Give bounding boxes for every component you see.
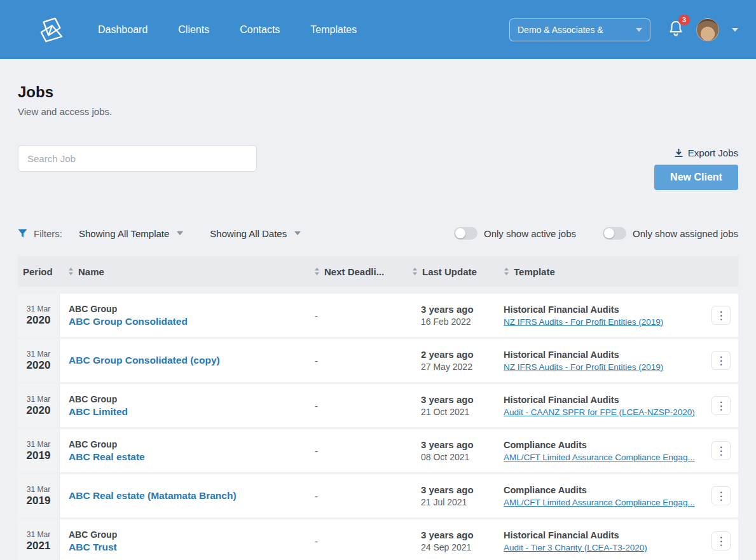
- assigned-jobs-toggle[interactable]: [603, 227, 626, 240]
- table-row: 31 Mar 2020 ABC Group ABC Group Consolid…: [18, 294, 738, 337]
- name-cell: ABC Group ABC Trust: [60, 519, 306, 560]
- toolbar-right: Export Jobs New Client: [654, 145, 738, 190]
- sort-icon[interactable]: [68, 267, 74, 276]
- template-category: Compliance Audits: [504, 485, 695, 495]
- organisation-selector[interactable]: Demo & Associates &: [509, 18, 650, 41]
- name-cell: ABC Group Consolidated (copy): [60, 339, 306, 382]
- job-name-link[interactable]: ABC Limited: [69, 406, 306, 418]
- next-deadline-cell: -: [306, 429, 408, 472]
- filters-bar: Filters: Showing All Template Showing Al…: [18, 227, 738, 240]
- last-update-date: 21 Jul 2021: [421, 497, 504, 507]
- last-update-relative: 3 years ago: [421, 394, 504, 405]
- filter-funnel-icon: [18, 229, 27, 238]
- filters-label: Filters:: [34, 228, 62, 239]
- template-link[interactable]: AML/CFT Limited Assurance Compliance Eng…: [504, 498, 695, 507]
- job-name-link[interactable]: ABC Group Consolidated: [69, 316, 306, 327]
- template-link[interactable]: Audit - CAANZ SPFR for FPE (LCEA-NZSP-20…: [504, 407, 695, 417]
- template-cell: Historical Financial Audits NZ IFRS Audi…: [504, 339, 704, 382]
- user-avatar[interactable]: [696, 18, 719, 41]
- template-link[interactable]: AML/CFT Limited Assurance Compliance Eng…: [504, 453, 695, 462]
- table-row: 31 Mar 2020 ABC Group Consolidated (copy…: [18, 339, 738, 382]
- chevron-down-icon: [294, 231, 301, 235]
- period-day: 31 Mar: [27, 440, 50, 449]
- nav-item-templates[interactable]: Templates: [310, 24, 357, 36]
- nav-item-clients[interactable]: Clients: [178, 24, 209, 36]
- actions-cell: ⋮: [704, 519, 738, 560]
- nav-item-contacts[interactable]: Contacts: [240, 24, 280, 36]
- client-group-label: ABC Group: [69, 439, 306, 449]
- row-menu-button[interactable]: ⋮: [711, 531, 731, 550]
- sort-icon[interactable]: [314, 267, 320, 276]
- header-template[interactable]: Template: [504, 266, 704, 277]
- header-name[interactable]: Name: [60, 266, 306, 277]
- table-row: 31 Mar 2021 ABC Group ABC Trust - 3 year…: [18, 519, 738, 560]
- last-update-relative: 3 years ago: [421, 304, 504, 315]
- active-jobs-toggle[interactable]: [454, 227, 478, 240]
- header-next-deadline-label: Next Deadli...: [324, 266, 384, 277]
- period-cell: 31 Mar 2020: [18, 339, 60, 382]
- search-input[interactable]: [18, 145, 257, 172]
- export-jobs-link[interactable]: Export Jobs: [674, 147, 738, 158]
- name-cell: ABC Group ABC Limited: [60, 384, 306, 427]
- kebab-icon: ⋮: [716, 355, 727, 366]
- last-update-cell: 3 years ago 24 Sep 2021: [408, 519, 504, 560]
- last-update-date: 21 Oct 2021: [421, 407, 504, 417]
- header-next-deadline[interactable]: Next Deadli...: [306, 266, 408, 277]
- name-cell: ABC Group ABC Group Consolidated: [60, 294, 306, 337]
- header-period[interactable]: Period: [18, 266, 60, 277]
- nav-item-dashboard[interactable]: Dashboard: [98, 24, 148, 36]
- row-menu-button[interactable]: ⋮: [711, 396, 731, 415]
- last-update-date: 24 Sep 2021: [421, 542, 504, 552]
- new-client-button[interactable]: New Client: [654, 165, 738, 190]
- kebab-icon: ⋮: [716, 536, 727, 547]
- last-update-date: 08 Oct 2021: [421, 452, 504, 462]
- template-filter-dropdown[interactable]: Showing All Template: [79, 228, 183, 239]
- main-content: Jobs View and access jobs. Export Jobs N…: [0, 83, 756, 560]
- row-menu-button[interactable]: ⋮: [711, 486, 731, 505]
- sort-icon[interactable]: [412, 267, 418, 276]
- notifications-button[interactable]: 3: [668, 20, 684, 39]
- kebab-icon: ⋮: [716, 310, 727, 321]
- download-icon: [674, 148, 684, 158]
- period-cell: 31 Mar 2019: [18, 474, 60, 517]
- dates-filter-dropdown[interactable]: Showing All Dates: [210, 228, 301, 239]
- organisation-selector-label: Demo & Associates &: [518, 25, 636, 35]
- app-logo-icon[interactable]: [37, 17, 66, 43]
- chevron-down-icon: [636, 28, 642, 32]
- template-link[interactable]: NZ IFRS Audits - For Profit Entities (20…: [504, 317, 695, 327]
- actions-cell: ⋮: [704, 294, 738, 337]
- actions-cell: ⋮: [704, 384, 738, 427]
- job-name-link[interactable]: ABC Trust: [69, 542, 306, 553]
- chevron-down-icon: [177, 231, 183, 235]
- actions-cell: ⋮: [704, 339, 738, 382]
- job-name-link[interactable]: ABC Real estate (Matamata Branch): [69, 490, 306, 502]
- template-category: Historical Financial Audits: [504, 530, 695, 540]
- toggle-knob: [604, 228, 614, 238]
- period-day: 31 Mar: [27, 485, 50, 494]
- user-menu-chevron-icon[interactable]: [732, 28, 738, 32]
- template-category: Historical Financial Audits: [504, 395, 695, 405]
- template-link[interactable]: NZ IFRS Audits - For Profit Entities (20…: [504, 362, 695, 372]
- kebab-icon: ⋮: [716, 400, 727, 411]
- last-update-relative: 3 years ago: [421, 529, 504, 540]
- job-name-link[interactable]: ABC Real estate: [69, 451, 306, 463]
- template-filter-value: Showing All Template: [79, 228, 169, 239]
- sort-icon[interactable]: [504, 267, 509, 276]
- row-menu-button[interactable]: ⋮: [711, 306, 731, 325]
- period-cell: 31 Mar 2021: [18, 519, 60, 560]
- assigned-jobs-toggle-group: Only show assigned jobs: [603, 227, 738, 240]
- template-category: Historical Financial Audits: [504, 350, 695, 360]
- last-update-cell: 3 years ago 21 Oct 2021: [408, 384, 504, 427]
- template-cell: Compliance Audits AML/CFT Limited Assura…: [504, 429, 704, 472]
- template-category: Historical Financial Audits: [504, 304, 695, 315]
- next-deadline-cell: -: [306, 294, 408, 337]
- active-jobs-toggle-label: Only show active jobs: [484, 228, 576, 239]
- job-name-link[interactable]: ABC Group Consolidated (copy): [69, 355, 306, 366]
- name-cell: ABC Real estate (Matamata Branch): [60, 474, 306, 517]
- period-day: 31 Mar: [27, 395, 50, 404]
- period-day: 31 Mar: [27, 304, 50, 313]
- row-menu-button[interactable]: ⋮: [711, 441, 731, 460]
- header-last-update[interactable]: Last Update: [408, 266, 504, 277]
- template-link[interactable]: Audit - Tier 3 Charity (LCEA-T3-2020): [504, 543, 695, 552]
- row-menu-button[interactable]: ⋮: [711, 351, 731, 370]
